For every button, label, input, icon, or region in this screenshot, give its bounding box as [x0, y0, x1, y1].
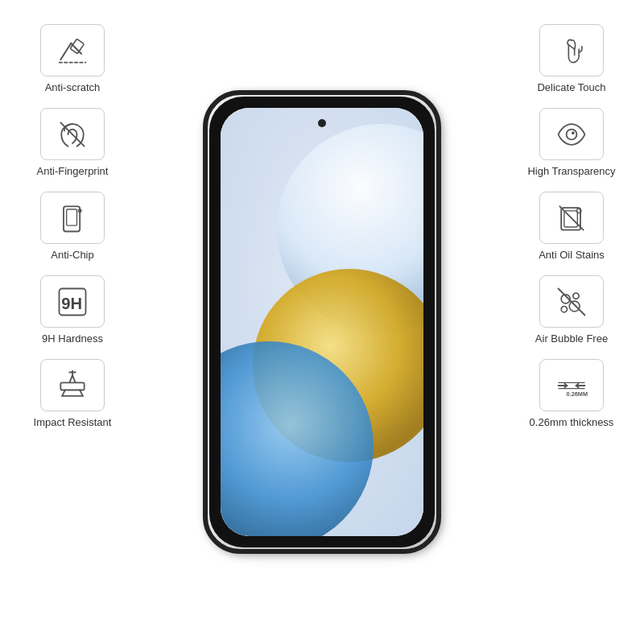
feature-delicate-touch: Delicate Touch: [507, 24, 636, 93]
9h-icon: 9H: [55, 284, 90, 320]
svg-rect-2: [70, 39, 84, 53]
feature-anti-scratch: Anti-scratch: [8, 24, 137, 93]
scratch-icon: [55, 33, 90, 68]
phone-screen: [221, 108, 423, 536]
chip-icon: [55, 200, 90, 236]
feature-anti-oil: Anti Oil Stains: [507, 192, 636, 261]
main-container: Anti-scratch Anti-Fingerprint: [0, 0, 644, 644]
transparency-label: High Transparency: [527, 165, 615, 177]
bubble-icon: [554, 284, 589, 320]
anti-chip-icon-box: [40, 192, 105, 244]
anti-scratch-icon-box: [40, 24, 105, 76]
svg-rect-10: [60, 382, 84, 390]
delicate-touch-label: Delicate Touch: [537, 81, 605, 93]
svg-line-12: [80, 390, 83, 395]
bubble-icon-box: [539, 275, 604, 328]
transparency-icon-box: [539, 108, 604, 160]
anti-fingerprint-label: Anti-Fingerprint: [37, 165, 109, 177]
impact-icon: [55, 368, 90, 403]
left-features: Anti-scratch Anti-Fingerprint: [8, 24, 137, 428]
fingerprint-icon: [55, 117, 90, 152]
svg-line-11: [62, 390, 65, 395]
thickness-label: 0.26mm thickness: [530, 416, 614, 428]
oil-icon: [554, 200, 589, 236]
anti-oil-label: Anti Oil Stains: [539, 249, 605, 261]
feature-air-bubble-free: Air Bubble Free: [507, 275, 636, 345]
thickness-icon: 0.26MM: [554, 368, 589, 403]
bubble-label: Air Bubble Free: [535, 332, 608, 345]
feature-impact-resistant: Impact Resistant: [8, 359, 137, 428]
eye-icon: [554, 117, 589, 152]
svg-text:0.26MM: 0.26MM: [567, 390, 588, 397]
anti-fingerprint-icon-box: [40, 108, 105, 160]
svg-point-21: [572, 131, 575, 134]
impact-icon-box: [40, 359, 105, 411]
anti-oil-icon-box: [539, 192, 604, 244]
svg-point-20: [567, 129, 577, 139]
impact-resistant-label: Impact Resistant: [34, 416, 112, 428]
svg-point-27: [573, 293, 579, 299]
thickness-icon-box: 0.26MM: [539, 359, 604, 411]
feature-high-transparency: High Transparency: [507, 108, 636, 177]
svg-point-29: [561, 306, 567, 312]
right-features: Delicate Touch High Transparency: [507, 24, 636, 428]
anti-chip-label: Anti-Chip: [51, 249, 93, 261]
feature-9h-hardness: 9H 9H Hardness: [8, 275, 137, 345]
feature-anti-chip: Anti-Chip: [8, 192, 137, 261]
anti-scratch-label: Anti-scratch: [45, 81, 101, 93]
svg-line-0: [60, 43, 71, 59]
svg-rect-6: [67, 209, 77, 225]
touch-icon: [554, 33, 589, 68]
feature-anti-fingerprint: Anti-Fingerprint: [8, 108, 137, 177]
phone-wrapper: [209, 97, 435, 547]
phone-outer: [209, 97, 435, 547]
svg-point-28: [569, 301, 580, 312]
svg-text:9H: 9H: [61, 295, 82, 312]
feature-thickness: 0.26MM 0.26mm thickness: [507, 359, 636, 428]
screen-background: [221, 108, 423, 536]
9h-icon-box: 9H: [40, 275, 105, 328]
delicate-touch-icon-box: [539, 24, 604, 76]
9h-hardness-label: 9H Hardness: [42, 332, 103, 345]
camera-dot: [318, 119, 326, 127]
